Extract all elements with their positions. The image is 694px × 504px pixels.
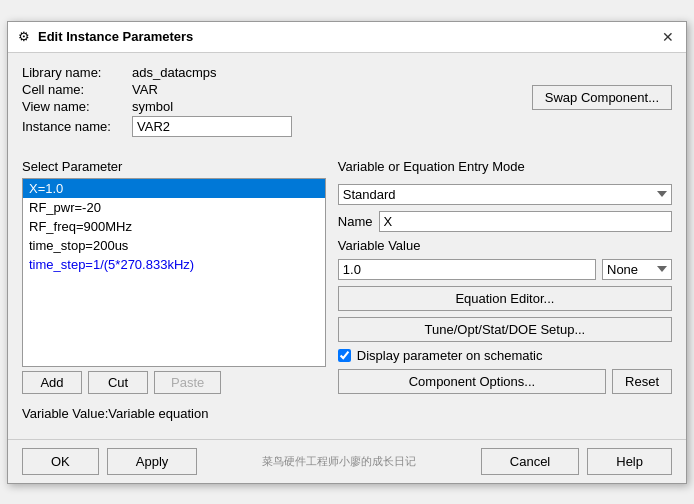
list-item[interactable]: time_step=1/(5*270.833kHz): [23, 255, 325, 274]
title-bar: ⚙ Edit Instance Parameters ✕: [8, 22, 686, 53]
library-label: Library name:: [22, 65, 132, 80]
main-section: Select Parameter X=1.0 RF_pwr=-20 RF_fre…: [22, 159, 672, 394]
view-label: View name:: [22, 99, 132, 114]
list-item[interactable]: RF_freq=900MHz: [23, 217, 325, 236]
info-grid: Library name: ads_datacmps Cell name: VA…: [22, 65, 522, 137]
eq-mode-row: Standard Equation Variable: [338, 184, 672, 205]
var-value-row: None Linear Log: [338, 259, 672, 280]
list-item[interactable]: RF_pwr=-20: [23, 198, 325, 217]
left-panel: Select Parameter X=1.0 RF_pwr=-20 RF_fre…: [22, 159, 326, 394]
view-value: symbol: [132, 99, 173, 114]
display-param-label: Display parameter on schematic: [357, 348, 543, 363]
name-input[interactable]: [379, 211, 673, 232]
cut-button[interactable]: Cut: [88, 371, 148, 394]
ok-button[interactable]: OK: [22, 448, 99, 475]
equation-editor-button[interactable]: Equation Editor...: [338, 286, 672, 311]
instance-label: Instance name:: [22, 119, 132, 134]
eq-mode-select[interactable]: Standard Equation Variable: [338, 184, 672, 205]
display-param-row: Display parameter on schematic: [338, 348, 672, 363]
select-param-label: Select Parameter: [22, 159, 326, 174]
bottom-buttons: OK Apply 菜鸟硬件工程师小廖的成长日记 Cancel Help: [8, 439, 686, 483]
apply-button[interactable]: Apply: [107, 448, 198, 475]
param-list-container: X=1.0 RF_pwr=-20 RF_freq=900MHz time_sto…: [22, 178, 326, 367]
component-options-button[interactable]: Component Options...: [338, 369, 606, 394]
tune-opt-button[interactable]: Tune/Opt/Stat/DOE Setup...: [338, 317, 672, 342]
display-param-checkbox[interactable]: [338, 349, 351, 362]
var-value-input[interactable]: [338, 259, 596, 280]
add-button[interactable]: Add: [22, 371, 82, 394]
watermark-text: 菜鸟硬件工程师小廖的成长日记: [205, 454, 472, 469]
cancel-button[interactable]: Cancel: [481, 448, 579, 475]
dialog-container: ⚙ Edit Instance Parameters ✕ Library nam…: [7, 21, 687, 484]
none-select[interactable]: None Linear Log: [602, 259, 672, 280]
list-item[interactable]: X=1.0: [23, 179, 325, 198]
help-button[interactable]: Help: [587, 448, 672, 475]
name-row: Name: [338, 211, 672, 232]
eq-mode-label: Variable or Equation Entry Mode: [338, 159, 672, 174]
close-button[interactable]: ✕: [658, 27, 678, 47]
dialog-content: Library name: ads_datacmps Cell name: VA…: [8, 53, 686, 439]
reset-button[interactable]: Reset: [612, 369, 672, 394]
comp-reset-row: Component Options... Reset: [338, 369, 672, 394]
cell-value: VAR: [132, 82, 158, 97]
status-bar: Variable Value:Variable equation: [22, 404, 672, 427]
paste-button[interactable]: Paste: [154, 371, 221, 394]
dialog-title: Edit Instance Parameters: [38, 29, 652, 44]
param-list: X=1.0 RF_pwr=-20 RF_freq=900MHz time_sto…: [23, 179, 325, 364]
list-item[interactable]: time_stop=200us: [23, 236, 325, 255]
right-panel: Variable or Equation Entry Mode Standard…: [338, 159, 672, 394]
add-cut-row: Add Cut Paste: [22, 371, 326, 394]
name-label: Name: [338, 214, 373, 229]
var-value-label: Variable Value: [338, 238, 672, 253]
cell-label: Cell name:: [22, 82, 132, 97]
dialog-icon: ⚙: [16, 29, 32, 45]
library-value: ads_datacmps: [132, 65, 217, 80]
swap-component-button[interactable]: Swap Component...: [532, 85, 672, 110]
instance-name-input[interactable]: [132, 116, 292, 137]
